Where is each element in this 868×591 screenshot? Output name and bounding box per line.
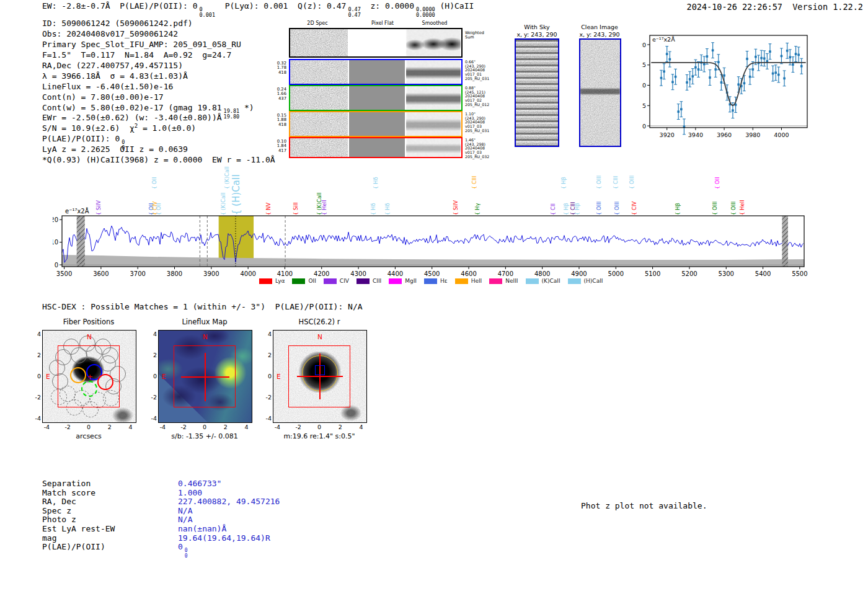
with-sky-image — [515, 38, 559, 147]
stacked-fraction: 0.00000.0000 — [416, 7, 435, 18]
hsc-r-image: N E — [273, 330, 367, 423]
svg-text:20: 20 — [642, 42, 646, 48]
spec2d-row-left-labels: 0.321.78418 — [270, 61, 286, 75]
legend-item-CIII: CIII — [356, 278, 381, 284]
legend-label: (H)CaII — [584, 278, 603, 284]
info-line: Cont(w) = 5.80(±0.02)e-17 (gmag 19.8119.… — [42, 103, 275, 113]
table-row: Separation0.466733" — [42, 479, 280, 488]
y-tick-label: -4 — [147, 415, 157, 422]
lineflux-image: N E — [158, 330, 252, 423]
spec2d-segment — [290, 86, 348, 110]
svg-text:3940: 3940 — [688, 131, 703, 138]
table-row: mag19.64(19.64,19.64)R — [42, 533, 280, 543]
text-segment: RA,Dec (227.400757,49.457115) — [42, 61, 183, 70]
y-tick-label: -2 — [31, 394, 41, 401]
noisy-2d-spec — [290, 86, 348, 110]
weighted-sum-label: Weighted Sum — [465, 31, 484, 40]
col-title-2dspec: 2D Spec — [307, 20, 327, 26]
legend-label: HeII — [471, 278, 482, 284]
hsc-dex-matches-line: HSC-DEX : Possible Matches = 1 (within +… — [42, 302, 363, 311]
svg-text:4000: 4000 — [240, 270, 255, 277]
report-date: 2024-10-26 22:26:57 — [687, 2, 782, 12]
noisy-2d-spec — [290, 29, 348, 56]
spec2d-row-right-labels: 0.66"(243, 290)20240408v017_01205_RU_031 — [465, 60, 508, 81]
svg-text:0: 0 — [55, 262, 58, 269]
noisy-2d-spec — [290, 60, 348, 84]
row-value: 19.64(19.64,19.64)R — [178, 533, 270, 543]
legend-swatch — [526, 278, 539, 284]
info-line: LineFlux = -6.40(±1.50)e-16 — [42, 82, 275, 92]
left-label-line: 417 — [270, 149, 286, 153]
info-line: F=1.5" T=0.117 N=1.84 A=0.92 g=24.7 — [42, 50, 275, 61]
smoothed-overlay — [406, 112, 461, 136]
text-segment: 1.000 — [178, 488, 202, 497]
svg-text:e⁻¹⁷x2Å: e⁻¹⁷x2Å — [652, 36, 675, 43]
x-tick-label: -4 — [160, 424, 166, 430]
col-title-pixelflat: Pixel Flat — [371, 20, 394, 26]
full-spectrum-plot: 3500360037003800390040004100420043004400… — [53, 155, 812, 288]
row-value: nan(±nan)Å — [178, 524, 226, 533]
spec2d-segment — [349, 112, 405, 136]
row-value: 1.000 — [178, 488, 202, 497]
y-tick-label: 4 — [147, 331, 157, 337]
info-line: RA,Dec (227.400757,49.457115) — [42, 61, 275, 71]
legend-item-KCaII: (K)CaII — [526, 278, 560, 284]
svg-text:4800: 4800 — [534, 270, 550, 277]
smoothed-overlay — [406, 86, 461, 110]
table-row: Photo zN/A — [42, 515, 280, 524]
spec2d-row-left-labels: 0.101.84417 — [270, 140, 286, 153]
text-segment: 19.64(19.64,19.64)R — [178, 533, 270, 543]
table-row: Est LyA rest-EWnan(±nan)Å — [42, 524, 280, 533]
text-segment: 227.400882, 49.457216 — [178, 497, 280, 506]
svg-text:3900: 3900 — [203, 270, 219, 277]
hsc-xlabel: m:19.6 re:1.4" s:0.5" — [273, 432, 366, 440]
svg-text:5200: 5200 — [681, 270, 697, 277]
north-label: N — [203, 333, 208, 340]
x-tick-label: 2 — [108, 424, 112, 430]
y-tick-label: 0 — [262, 373, 272, 380]
y-tick-label: 2 — [147, 352, 157, 358]
x-tick-label: 4 — [245, 424, 249, 430]
svg-text:10: 10 — [53, 239, 58, 246]
legend-item-NeIII: NeIII — [489, 278, 518, 284]
spec2d-segment — [349, 29, 405, 56]
fraction-bottom: 0.0000 — [416, 12, 435, 18]
north-label: N — [87, 333, 92, 340]
center-cross: + — [87, 373, 93, 381]
legend-swatch — [568, 278, 581, 284]
legend-label: NeIII — [505, 278, 518, 284]
svg-text:10: 10 — [642, 82, 646, 89]
row-label: Est LyA rest-EW — [42, 524, 178, 533]
legend-item-HCaII: (H)CaII — [568, 278, 603, 284]
lineflux-xlabel: s/b: -1.35 +/- 0.081 — [158, 432, 251, 440]
row-label: RA, Dec — [42, 497, 178, 506]
row-label: Spec z — [42, 506, 178, 515]
text-segment: P(Lyα): 0.001 Q(z): 0.47 — [215, 1, 346, 11]
svg-text:4100: 4100 — [277, 270, 293, 277]
left-label-line: 437 — [270, 97, 286, 101]
svg-text:5500: 5500 — [792, 270, 807, 277]
legend-item-MgII: MgII — [389, 278, 417, 284]
with-sky-title: With Skyx, y: 243, 290 — [516, 24, 557, 38]
report-version: Version 1.22.2 — [792, 2, 863, 12]
info-line: LyA z = 2.2625 OII z = 0.0639 — [42, 144, 275, 155]
legend-label: CIII — [373, 278, 381, 284]
fiber-positions-title: Fiber Positions — [42, 318, 135, 326]
legend-swatch — [356, 278, 370, 284]
y-tick-label: 0 — [147, 373, 157, 380]
y-tick-label: 2 — [262, 352, 272, 358]
fiber-xlabel: arcsecs — [42, 432, 135, 440]
legend-label: Lyα — [275, 278, 285, 284]
svg-text:5300: 5300 — [719, 270, 734, 277]
svg-text:4500: 4500 — [424, 270, 440, 277]
clean-image-source-band — [580, 89, 620, 94]
svg-text:3700: 3700 — [130, 270, 145, 277]
clean-image-xy: x, y: 243, 290 — [579, 31, 619, 38]
left-label-line: 418 — [270, 71, 286, 75]
legend-item-CIV: CIV — [324, 278, 349, 284]
spec2d-segment — [349, 138, 405, 157]
spec2d-row — [289, 85, 463, 111]
clean-image-title-text: Clean Image — [581, 24, 618, 30]
text-segment: Cont(w) = 5.80(±0.02)e-17 (gmag 19.81 — [42, 103, 222, 112]
col-title-smoothed: Smoothed — [422, 20, 448, 26]
